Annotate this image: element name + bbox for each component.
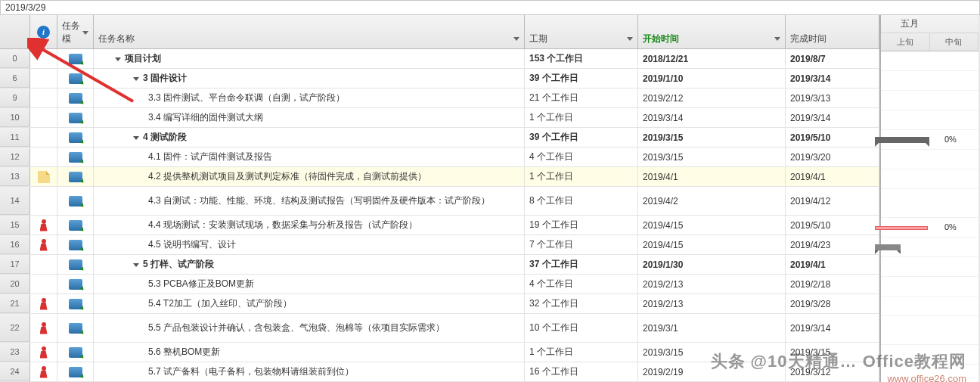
task-name-cell[interactable]: 5.5 产品包装设计并确认，含包装盒、气泡袋、泡棉等（依项目实际需求） [94, 314, 525, 342]
table-row[interactable]: 63 固件设计39 个工作日2019/1/102019/3/14 [0, 69, 879, 89]
row-number[interactable]: 9 [0, 89, 30, 107]
dur-cell[interactable]: 39 个工作日 [525, 69, 638, 88]
task-name-cell[interactable]: 3.4 编写详细的固件测试大纲 [94, 108, 525, 127]
finish-cell[interactable]: 2019/8/7 [786, 49, 879, 68]
finish-cell[interactable]: 2019/3/14 [786, 108, 879, 127]
start-cell[interactable]: 2019/3/15 [638, 148, 786, 166]
dur-cell[interactable]: 8 个工作日 [525, 187, 638, 215]
row-number[interactable]: 20 [0, 275, 30, 293]
dur-cell[interactable]: 4 个工作日 [525, 275, 638, 293]
task-name-cell[interactable]: 3.3 固件测试、平台命令联调（自测，试产阶段） [94, 89, 525, 107]
start-cell[interactable]: 2019/3/14 [638, 108, 786, 127]
finish-cell[interactable]: 2019/4/1 [786, 167, 879, 186]
finish-cell[interactable]: 2019/3/14 [786, 314, 879, 342]
start-cell[interactable]: 2019/1/10 [638, 69, 786, 88]
dur-cell[interactable]: 7 个工作日 [525, 235, 638, 254]
table-row[interactable]: 0项目计划153 个工作日2018/12/212019/8/7 [0, 49, 879, 69]
dur-cell[interactable]: 4 个工作日 [525, 148, 638, 166]
collapse-icon[interactable] [133, 136, 139, 140]
table-row[interactable]: 114 测试阶段39 个工作日2019/3/152019/5/10 [0, 128, 879, 148]
task-name-cell[interactable]: 5.7 试产备料（电子备料，包装物料请组装前到位） [94, 362, 525, 381]
collapse-icon[interactable] [133, 263, 139, 267]
table-row[interactable]: 154.4 现场测试：安装测试现场，数据采集与分析及报告（试产阶段）19 个工作… [0, 216, 879, 235]
finish-cell[interactable]: 2019/4/23 [786, 235, 879, 254]
start-cell[interactable]: 2019/4/15 [638, 235, 786, 254]
dur-cell[interactable]: 1 个工作日 [525, 343, 638, 362]
row-number[interactable]: 13 [0, 167, 30, 186]
header-info[interactable]: i [30, 15, 57, 48]
task-name-cell[interactable]: 4.5 说明书编写、设计 [94, 235, 525, 254]
finish-cell[interactable]: 2019/3/13 [786, 89, 879, 107]
row-number[interactable]: 15 [0, 216, 30, 234]
date-input-bar[interactable]: 2019/3/29 [0, 0, 980, 15]
task-name-cell[interactable]: 5.4 T2加工（加入丝印、试产阶段） [94, 294, 525, 313]
finish-cell[interactable]: 2019/3/28 [786, 294, 879, 313]
task-name-cell[interactable]: 4 测试阶段 [94, 128, 525, 147]
start-cell[interactable]: 2019/2/13 [638, 294, 786, 313]
table-row[interactable]: 175 打样、试产阶段37 个工作日2019/1/302019/4/1 [0, 255, 879, 275]
finish-cell[interactable]: 2019/3/15 [786, 343, 879, 362]
task-name-cell[interactable]: 5.3 PCBA修正及BOM更新 [94, 275, 525, 293]
row-number[interactable]: 12 [0, 148, 30, 166]
row-number[interactable]: 14 [0, 187, 30, 215]
start-cell[interactable]: 2019/4/1 [638, 167, 786, 186]
table-row[interactable]: 103.4 编写详细的固件测试大纲1 个工作日2019/3/142019/3/1… [0, 108, 879, 128]
table-row[interactable]: 93.3 固件测试、平台命令联调（自测，试产阶段）21 个工作日2019/2/1… [0, 89, 879, 108]
row-number[interactable]: 6 [0, 69, 30, 88]
start-cell[interactable]: 2019/4/15 [638, 216, 786, 234]
dur-cell[interactable]: 32 个工作日 [525, 294, 638, 313]
row-number[interactable]: 24 [0, 362, 30, 381]
task-name-cell[interactable]: 5 打样、试产阶段 [94, 255, 525, 274]
dur-cell[interactable]: 19 个工作日 [525, 216, 638, 234]
dur-cell[interactable]: 37 个工作日 [525, 255, 638, 274]
finish-cell[interactable]: 2019/3/12 [786, 362, 879, 381]
row-number[interactable]: 16 [0, 235, 30, 254]
dur-cell[interactable]: 21 个工作日 [525, 89, 638, 107]
dur-cell[interactable]: 10 个工作日 [525, 314, 638, 342]
finish-cell[interactable]: 2019/3/14 [786, 69, 879, 88]
row-number[interactable]: 21 [0, 294, 30, 313]
row-number[interactable]: 0 [0, 49, 30, 68]
header-mode[interactable]: 任务模 [57, 15, 94, 48]
start-cell[interactable]: 2019/3/1 [638, 314, 786, 342]
start-cell[interactable]: 2018/12/21 [638, 49, 786, 68]
table-row[interactable]: 225.5 产品包装设计并确认，含包装盒、气泡袋、泡棉等（依项目实际需求）10 … [0, 314, 879, 343]
gantt-chart[interactable]: 五月 上旬 中旬 0%0% [880, 15, 978, 382]
finish-cell[interactable]: 2019/5/10 [786, 128, 879, 147]
task-name-cell[interactable]: 4.3 自测试：功能、性能、环境、结构及测试报告（写明固件及硬件版本：试产阶段） [94, 187, 525, 215]
dur-cell[interactable]: 39 个工作日 [525, 128, 638, 147]
table-row[interactable]: 235.6 整机BOM更新1 个工作日2019/3/152019/3/15 [0, 343, 879, 362]
row-number[interactable]: 22 [0, 314, 30, 342]
finish-cell[interactable]: 2019/2/18 [786, 275, 879, 293]
dur-cell[interactable]: 1 个工作日 [525, 167, 638, 186]
start-cell[interactable]: 2019/3/15 [638, 343, 786, 362]
table-row[interactable]: 215.4 T2加工（加入丝印、试产阶段）32 个工作日2019/2/13201… [0, 294, 879, 314]
finish-cell[interactable]: 2019/4/1 [786, 255, 879, 274]
start-cell[interactable]: 2019/2/19 [638, 362, 786, 381]
dur-cell[interactable]: 1 个工作日 [525, 108, 638, 127]
start-cell[interactable]: 2019/1/30 [638, 255, 786, 274]
task-name-cell[interactable]: 3 固件设计 [94, 69, 525, 88]
task-name-cell[interactable]: 5.6 整机BOM更新 [94, 343, 525, 362]
start-cell[interactable]: 2019/3/15 [638, 128, 786, 147]
header-name[interactable]: 任务名称 [94, 15, 525, 48]
table-row[interactable]: 164.5 说明书编写、设计7 个工作日2019/4/152019/4/23 [0, 235, 879, 255]
start-cell[interactable]: 2019/2/13 [638, 275, 786, 293]
collapse-icon[interactable] [115, 57, 121, 61]
finish-cell[interactable]: 2019/3/20 [786, 148, 879, 166]
task-name-cell[interactable]: 项目计划 [94, 49, 525, 68]
finish-cell[interactable]: 2019/5/10 [786, 216, 879, 234]
finish-cell[interactable]: 2019/4/12 [786, 187, 879, 215]
table-row[interactable]: 245.7 试产备料（电子备料，包装物料请组装前到位）16 个工作日2019/2… [0, 362, 879, 382]
row-number[interactable]: 11 [0, 128, 30, 147]
collapse-icon[interactable] [133, 77, 139, 81]
header-finish[interactable]: 完成时间 [786, 15, 879, 48]
row-number[interactable]: 23 [0, 343, 30, 362]
start-cell[interactable]: 2019/2/12 [638, 89, 786, 107]
task-name-cell[interactable]: 4.1 固件：试产固件测试及报告 [94, 148, 525, 166]
dur-cell[interactable]: 16 个工作日 [525, 362, 638, 381]
task-name-cell[interactable]: 4.2 提供整机测试项目及测试判定标准（待固件完成，自测试前提供） [94, 167, 525, 186]
header-start[interactable]: 开始时间 [638, 15, 786, 48]
task-name-cell[interactable]: 4.4 现场测试：安装测试现场，数据采集与分析及报告（试产阶段） [94, 216, 525, 234]
table-row[interactable]: 205.3 PCBA修正及BOM更新4 个工作日2019/2/132019/2/… [0, 275, 879, 294]
